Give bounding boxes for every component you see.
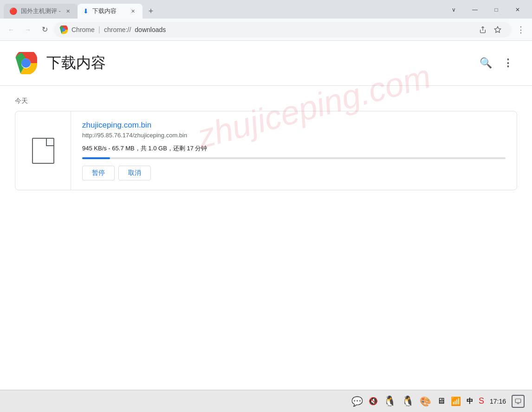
url-path: downloads	[135, 26, 166, 33]
file-icon-area	[15, 111, 71, 190]
chrome-page-logo	[15, 52, 37, 74]
taskbar-icons: 💬 🔇 🐧 🐧 🎨 🖥 📶 中 S 17:16	[351, 395, 525, 408]
mute-icon[interactable]: 🔇	[369, 397, 378, 406]
tab1-label: 国外主机测评 -	[21, 7, 61, 15]
download-url: http://95.85.76.174/zhujiceping.com.bin	[82, 132, 506, 139]
url-bar[interactable]: Chrome | chrome://downloads	[54, 22, 512, 38]
minimize-button[interactable]: —	[464, 3, 486, 17]
today-section: 今天 zhujiceping.com.bin http://95.85.76.1…	[0, 86, 532, 190]
share-button[interactable]	[476, 23, 489, 36]
back-button[interactable]: ←	[4, 22, 19, 37]
chrome-logo-icon	[59, 26, 68, 34]
download-actions: 暂停 取消	[82, 166, 506, 180]
maximize-button[interactable]: □	[486, 3, 507, 17]
chrome-label: Chrome	[71, 26, 95, 33]
download-info: zhujiceping.com.bin http://95.85.76.174/…	[71, 111, 517, 190]
download-filename[interactable]: zhujiceping.com.bin	[82, 121, 506, 130]
tab2-label: 下载内容	[92, 7, 126, 15]
titlebar: 🔴 国外主机测评 - ✕ ⬇ 下载内容 ✕ + ∨ — □ ✕	[0, 0, 532, 19]
downloads-page: 下载内容 🔍 ⋮ zhujiceping.com 今天 zhujiceping.…	[0, 41, 532, 390]
tencent-icon-1[interactable]: 🐧	[383, 395, 396, 407]
today-label: 今天	[15, 97, 517, 105]
progress-bar-container	[82, 157, 506, 159]
clock: 17:16	[490, 398, 506, 405]
tab1-close-button[interactable]: ✕	[65, 7, 72, 15]
monitor-icon[interactable]: 🖥	[437, 396, 445, 406]
search-button[interactable]: 🔍	[476, 54, 495, 72]
chevron-button[interactable]: ∨	[443, 3, 464, 17]
svg-point-3	[22, 59, 30, 67]
tab2-close-button[interactable]: ✕	[130, 7, 137, 15]
addressbar: ← → ↻ Chrome | chrome://downloads	[0, 19, 532, 41]
page-header-actions: 🔍 ⋮	[476, 54, 517, 72]
page-header: 下载内容 🔍 ⋮	[0, 41, 532, 86]
forward-button[interactable]: →	[20, 22, 35, 37]
url-action-area	[476, 23, 506, 36]
svg-rect-4	[515, 399, 521, 402]
tab2-favicon: ⬇	[83, 7, 89, 15]
wifi-icon[interactable]: 📶	[451, 396, 461, 406]
file-icon	[32, 138, 54, 164]
reload-button[interactable]: ↻	[37, 22, 52, 37]
cancel-button[interactable]: 取消	[118, 166, 151, 180]
notification-button[interactable]	[512, 395, 525, 408]
download-status: 945 KB/s - 65.7 MB，共 1.0 GB，还剩 17 分钟	[82, 144, 506, 153]
sougou-icon[interactable]: S	[479, 396, 484, 406]
download-item: zhujiceping.com.bin http://95.85.76.174/…	[15, 111, 517, 190]
url-prefix: chrome://	[104, 26, 131, 33]
figma-icon[interactable]: 🎨	[420, 396, 431, 407]
wechat-icon[interactable]: 💬	[351, 396, 363, 407]
tab-1[interactable]: 🔴 国外主机测评 - ✕	[4, 4, 78, 19]
tab-2[interactable]: ⬇ 下载内容 ✕	[78, 4, 143, 19]
svg-point-1	[62, 28, 65, 31]
browser-menu-button[interactable]: ⋮	[513, 22, 528, 37]
more-options-button[interactable]: ⋮	[499, 54, 517, 72]
pause-button[interactable]: 暂停	[82, 166, 115, 180]
progress-bar-fill	[82, 157, 110, 159]
window-controls: ∨ — □ ✕	[443, 3, 532, 19]
close-button[interactable]: ✕	[507, 3, 528, 17]
taskbar: 💬 🔇 🐧 🐧 🎨 🖥 📶 中 S 17:16	[0, 390, 532, 412]
tab1-favicon: 🔴	[9, 7, 17, 15]
page-title: 下载内容	[46, 53, 106, 73]
url-divider: |	[98, 26, 100, 34]
tencent-icon-2[interactable]: 🐧	[402, 395, 414, 407]
ime-icon[interactable]: 中	[467, 397, 473, 406]
new-tab-button[interactable]: +	[144, 5, 157, 18]
bookmark-button[interactable]	[491, 23, 504, 36]
